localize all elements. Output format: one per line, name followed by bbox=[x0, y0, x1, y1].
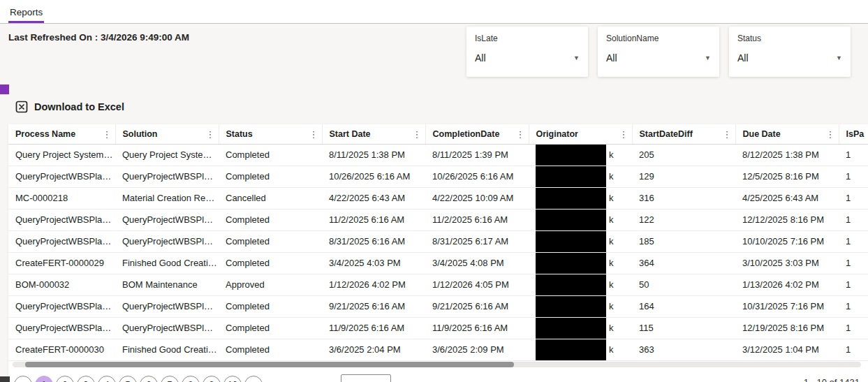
cell-diff: 115 bbox=[632, 317, 735, 339]
column-menu-icon[interactable]: ⋮ bbox=[619, 128, 628, 139]
cell-process: QueryProjectWBSPla… bbox=[8, 230, 115, 252]
pager-page-9[interactable]: 9 bbox=[203, 376, 221, 382]
table-row[interactable]: QueryProjectWBSPla…QueryProjectWBSPl…Com… bbox=[8, 166, 868, 187]
column-header-process[interactable]: Process Name⋮ bbox=[8, 124, 115, 144]
corner-widget[interactable] bbox=[0, 376, 10, 382]
cell-diff: 50 bbox=[632, 274, 735, 295]
table-row[interactable]: CreateFERT-0000029Finished Good Creati…C… bbox=[8, 252, 868, 274]
reports-table-card: Process Name⋮Solution⋮Status⋮Start Date⋮… bbox=[8, 124, 868, 382]
table-row[interactable]: MC-0000218Material Creation Re…Cancelled… bbox=[8, 187, 868, 209]
redaction-overlay bbox=[536, 166, 606, 187]
column-menu-icon[interactable]: ⋮ bbox=[413, 128, 422, 139]
page-size-select[interactable]: 10 ▼ bbox=[341, 374, 391, 382]
column-header-solution[interactable]: Solution⋮ bbox=[115, 124, 219, 144]
cell-process: Query Project System… bbox=[8, 144, 115, 166]
cell-completion: 3/6/2025 2:09 PM bbox=[425, 339, 529, 360]
cell-completion: 9/21/2025 6:16 AM bbox=[425, 295, 529, 317]
dropdown-value: All bbox=[606, 52, 617, 64]
redaction-overlay bbox=[536, 144, 606, 166]
column-header-label: Originator bbox=[536, 129, 578, 139]
column-header-diff[interactable]: StartDateDiff⋮ bbox=[632, 124, 735, 144]
chevron-down-icon: ▼ bbox=[836, 54, 842, 61]
cell-completion: 8/31/2025 6:17 AM bbox=[425, 230, 529, 252]
column-header-label: Start Date bbox=[330, 129, 371, 139]
status-dropdown[interactable]: All ▼ bbox=[737, 52, 842, 64]
cell-completion: 1/12/2026 4:05 PM bbox=[425, 274, 529, 295]
islate-dropdown[interactable]: All ▼ bbox=[475, 52, 580, 64]
cell-due: 4/25/2025 6:43 AM bbox=[735, 187, 839, 209]
redaction-overlay bbox=[536, 274, 606, 295]
cell-due: 12/12/2025 8:16 PM bbox=[735, 209, 839, 230]
table-body: Query Project System…Query Project Syste… bbox=[8, 144, 868, 360]
pager-last-button[interactable]: » bbox=[244, 376, 263, 382]
cell-originator: k bbox=[529, 252, 632, 274]
pager-first-button[interactable]: « bbox=[14, 376, 32, 382]
cell-status: Completed bbox=[219, 144, 322, 166]
tab-reports[interactable]: Reports bbox=[8, 1, 44, 23]
redaction-overlay bbox=[536, 252, 606, 274]
filter-label: IsLate bbox=[475, 34, 580, 43]
column-menu-icon[interactable]: ⋮ bbox=[309, 128, 318, 139]
table-row[interactable]: QueryProjectWBSPla…QueryProjectWBSPl…Com… bbox=[8, 295, 868, 317]
column-menu-icon[interactable]: ⋮ bbox=[826, 128, 835, 139]
column-header-originator[interactable]: Originator⋮ bbox=[529, 124, 632, 144]
cell-originator: k bbox=[529, 209, 632, 230]
pager-page-2[interactable]: 2 bbox=[56, 376, 74, 382]
solutionname-dropdown[interactable]: All ▼ bbox=[606, 52, 711, 64]
pager-page-1[interactable]: 1 bbox=[35, 376, 53, 382]
cell-solution: Finished Good Creati… bbox=[115, 339, 219, 360]
table-row[interactable]: Query Project System…Query Project Syste… bbox=[8, 144, 868, 166]
pager-page-7[interactable]: 7 bbox=[161, 376, 179, 382]
cell-ispa: 1 bbox=[839, 230, 868, 252]
redaction-overlay bbox=[536, 317, 606, 339]
column-header-start[interactable]: Start Date⋮ bbox=[322, 124, 425, 144]
cell-originator: k bbox=[529, 339, 632, 360]
pager-page-10[interactable]: 10 bbox=[223, 376, 242, 382]
cell-start: 9/21/2025 6:16 AM bbox=[322, 295, 425, 317]
column-header-label: Process Name bbox=[15, 129, 75, 139]
column-menu-icon[interactable]: ⋮ bbox=[103, 128, 112, 139]
table-row[interactable]: QueryProjectWBSPla…QueryProjectWBSPl…Com… bbox=[8, 317, 868, 339]
horizontal-scrollbar[interactable] bbox=[13, 362, 861, 367]
redaction-overlay bbox=[536, 187, 606, 209]
cell-ispa: 1 bbox=[839, 317, 868, 339]
cell-status: Cancelled bbox=[219, 187, 322, 209]
table-row[interactable]: BOM-000032BOM MaintenanceApproved1/12/20… bbox=[8, 274, 868, 295]
cell-status: Completed bbox=[219, 230, 322, 252]
pager-page-8[interactable]: 8 bbox=[182, 376, 200, 382]
cell-ispa: 1 bbox=[839, 274, 868, 295]
pager-page-5[interactable]: 5 bbox=[119, 376, 137, 382]
table-row[interactable]: CreateFERT-0000030Finished Good Creati…C… bbox=[8, 339, 868, 360]
cell-originator: k bbox=[529, 230, 632, 252]
column-header-label: Solution bbox=[123, 129, 158, 139]
table-row[interactable]: QueryProjectWBSPla…QueryProjectWBSPl…Com… bbox=[8, 230, 868, 252]
excel-icon bbox=[15, 101, 28, 113]
pager-page-4[interactable]: 4 bbox=[98, 376, 116, 382]
pager-page-3[interactable]: 3 bbox=[77, 376, 95, 382]
cell-diff: 185 bbox=[632, 230, 735, 252]
cell-ispa: 1 bbox=[839, 252, 868, 274]
cell-diff: 205 bbox=[632, 144, 735, 166]
cell-solution: QueryProjectWBSPl… bbox=[115, 166, 219, 187]
table-header-row: Process Name⋮Solution⋮Status⋮Start Date⋮… bbox=[8, 124, 868, 144]
cell-due: 12/5/2025 8:16 PM bbox=[735, 166, 839, 187]
cell-solution: QueryProjectWBSPl… bbox=[115, 317, 219, 339]
cell-originator: k bbox=[529, 166, 632, 187]
cell-process: CreateFERT-0000029 bbox=[8, 252, 115, 274]
table-row[interactable]: QueryProjectWBSPla…QueryProjectWBSPl…Com… bbox=[8, 209, 868, 230]
pager-page-6[interactable]: 6 bbox=[140, 376, 158, 382]
scrollbar-thumb[interactable] bbox=[25, 362, 514, 367]
cell-solution: QueryProjectWBSPl… bbox=[115, 295, 219, 317]
column-header-status[interactable]: Status⋮ bbox=[219, 124, 322, 144]
column-header-due[interactable]: Due Date⋮ bbox=[735, 124, 839, 144]
column-header-ispa[interactable]: IsPa⋮ bbox=[839, 124, 868, 144]
download-to-excel-button[interactable]: Download to Excel bbox=[15, 101, 124, 113]
dropdown-value: All bbox=[475, 52, 486, 64]
column-header-completion[interactable]: CompletionDate⋮ bbox=[425, 124, 529, 144]
column-menu-icon[interactable]: ⋮ bbox=[516, 128, 525, 139]
cell-diff: 164 bbox=[632, 295, 735, 317]
column-menu-icon[interactable]: ⋮ bbox=[723, 128, 732, 139]
cell-solution: QueryProjectWBSPl… bbox=[115, 230, 219, 252]
column-menu-icon[interactable]: ⋮ bbox=[206, 128, 215, 139]
cell-completion: 11/2/2025 6:16 AM bbox=[425, 209, 529, 230]
